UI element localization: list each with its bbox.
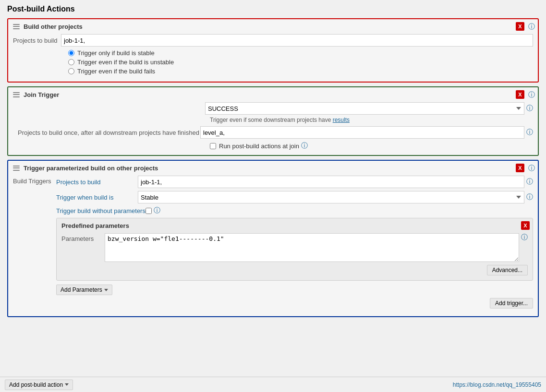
- bt-no-params-row: Trigger build without parameters ⓘ: [56, 206, 533, 215]
- section2-projects-input[interactable]: [200, 126, 524, 139]
- radio-unstable-label: Trigger even if the build is unstable: [77, 59, 174, 66]
- bt-projects-input[interactable]: [138, 176, 524, 188]
- add-params-row: Add Parameters: [56, 285, 533, 295]
- section2-projects-help-icon[interactable]: ⓘ: [526, 128, 533, 137]
- section1-radio-group: Trigger only if build is stable Trigger …: [68, 49, 533, 75]
- run-postbuild-checkbox[interactable]: [210, 143, 216, 149]
- add-params-button[interactable]: Add Parameters: [56, 285, 112, 295]
- section2-projects-label: Projects to build once, after all downst…: [18, 129, 200, 136]
- params-row: Parameters bzw_version w="fle1--------0.…: [61, 233, 528, 262]
- bt-projects-help-icon[interactable]: ⓘ: [526, 178, 533, 186]
- add-postbuild-label: Add post-build action: [9, 381, 63, 388]
- advanced-button[interactable]: Advanced...: [487, 265, 528, 275]
- section1-help-icon[interactable]: ⓘ: [528, 23, 535, 31]
- section2-header: Join Trigger: [13, 91, 533, 98]
- bt-no-params-help-icon[interactable]: ⓘ: [154, 206, 160, 215]
- success-row: SUCCESS ⓘ: [205, 102, 533, 115]
- section2-drag-handle[interactable]: [13, 92, 20, 98]
- predefined-close-btn[interactable]: X: [521, 221, 530, 230]
- run-postbuild-help-icon[interactable]: ⓘ: [301, 142, 308, 150]
- bt-trigger-when-row: Trigger when build is Stable ⓘ: [56, 191, 533, 203]
- section1-projects-row: Projects to build: [13, 34, 533, 47]
- predefined-title: Predefined parameters: [61, 222, 528, 229]
- build-other-projects-section: X ⓘ Build other projects Projects to bui…: [7, 18, 539, 83]
- section3-drag-handle[interactable]: [13, 165, 20, 172]
- radio-fails-label: Trigger even if the build fails: [77, 68, 155, 75]
- section2-trigger-even-row: Trigger even if some downstream projects…: [210, 117, 533, 123]
- section3-help-icon[interactable]: ⓘ: [528, 164, 535, 173]
- page-title: Post-build Actions: [7, 5, 539, 13]
- bt-trigger-when-help-icon[interactable]: ⓘ: [526, 193, 533, 202]
- predefined-params-box: X Predefined parameters Parameters bzw_v…: [56, 218, 533, 281]
- add-postbuild-dropdown-arrow: [65, 383, 69, 386]
- section2-title: Join Trigger: [24, 91, 59, 98]
- params-textarea[interactable]: bzw_version w="fle1--------0.1": [105, 233, 519, 262]
- section1-header: Build other projects: [13, 23, 533, 30]
- add-trigger-button[interactable]: Add trigger...: [490, 298, 533, 309]
- build-triggers-label: Build Triggers: [13, 176, 56, 309]
- trigger-param-section: X ⓘ Trigger parameterized build on other…: [7, 160, 539, 317]
- bt-projects-row: Projects to build ⓘ: [56, 176, 533, 188]
- add-params-label: Add Parameters: [61, 286, 102, 293]
- build-triggers-row: Build Triggers Projects to build ⓘ Trigg…: [13, 176, 533, 309]
- section2-run-postbuild-row: Run post-build actions at join ⓘ: [210, 142, 533, 150]
- run-postbuild-label: Run post-build actions at join: [219, 143, 299, 150]
- advanced-btn-row: Advanced...: [61, 265, 528, 275]
- section1-close-btn[interactable]: X: [516, 22, 524, 31]
- params-help-icon[interactable]: ⓘ: [521, 233, 528, 242]
- radio-stable[interactable]: [68, 50, 74, 56]
- bt-no-params-checkbox[interactable]: [146, 208, 152, 214]
- section3-header: Trigger parameterized build on other pro…: [13, 165, 533, 172]
- trigger-even-link[interactable]: results: [333, 117, 350, 123]
- section1-projects-input[interactable]: [61, 34, 533, 47]
- section2-close-btn[interactable]: X: [516, 90, 524, 99]
- add-postbuild-button[interactable]: Add post-build action: [5, 380, 73, 390]
- bottom-url: https://blog.csdn.net/qq_19555405: [453, 381, 541, 388]
- radio-stable-label: Trigger only if build is stable: [77, 49, 155, 57]
- bt-trigger-when-select[interactable]: Stable: [138, 191, 524, 203]
- section2-projects-row: Projects to build once, after all downst…: [18, 126, 533, 139]
- section2-success-select[interactable]: SUCCESS: [205, 102, 524, 115]
- bottom-bar: Add post-build action https://blog.csdn.…: [0, 377, 546, 392]
- radio-unstable[interactable]: [68, 59, 74, 65]
- section1-title: Build other projects: [24, 23, 83, 30]
- bt-trigger-when-label: Trigger when build is: [56, 194, 138, 201]
- section1-projects-label: Projects to build: [13, 37, 61, 44]
- section3-title: Trigger parameterized build on other pro…: [24, 165, 158, 172]
- join-content: SUCCESS ⓘ Trigger even if some downstrea…: [13, 102, 533, 150]
- section1-drag-handle[interactable]: [13, 24, 20, 30]
- radio-item-3: Trigger even if the build fails: [68, 68, 533, 75]
- section2-select-help-icon[interactable]: ⓘ: [526, 104, 533, 113]
- section3-close-btn[interactable]: X: [516, 164, 524, 172]
- join-trigger-section: X ⓘ Join Trigger SUCCESS ⓘ Trigger even …: [7, 86, 539, 156]
- section2-help-icon[interactable]: ⓘ: [528, 91, 535, 99]
- add-trigger-row: Add trigger...: [56, 298, 533, 309]
- bt-projects-label: Projects to build: [56, 178, 138, 186]
- radio-item-1: Trigger only if build is stable: [68, 49, 533, 57]
- add-params-dropdown-arrow: [104, 289, 108, 291]
- bt-no-params-label: Trigger build without parameters: [56, 207, 146, 214]
- radio-item-2: Trigger even if the build is unstable: [68, 59, 533, 66]
- radio-fails[interactable]: [68, 68, 74, 74]
- trigger-even-text-part1: Trigger even if some downstream projects…: [210, 117, 333, 123]
- params-label: Parameters: [61, 233, 105, 242]
- bt-content: Projects to build ⓘ Trigger when build i…: [56, 176, 533, 309]
